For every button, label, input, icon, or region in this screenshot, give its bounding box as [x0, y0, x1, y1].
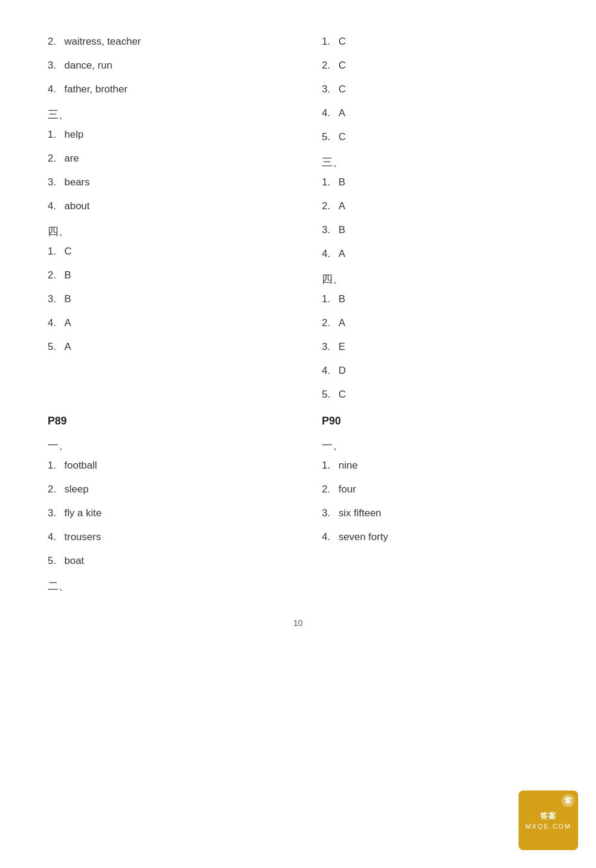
- answer-text: help: [64, 129, 83, 141]
- answer-text: sleep: [64, 483, 89, 495]
- answer-num: 3.: [322, 83, 339, 95]
- answer-num: 1.: [322, 293, 339, 305]
- answer-num: 4.: [48, 317, 64, 329]
- answer-num: 2.: [322, 483, 339, 495]
- list-item: 1. B: [322, 176, 548, 188]
- list-item: 5. boat: [48, 555, 274, 567]
- list-item: 2. A: [322, 317, 548, 329]
- list-item: 2. C: [322, 60, 548, 72]
- section3-left: 1. help 2. are 3. bears 4. about: [48, 129, 274, 212]
- list-item: 1. nine: [322, 460, 548, 472]
- p89-section1: 1. football 2. sleep 3. fly a kite 4. tr…: [48, 460, 274, 567]
- answer-text: boat: [64, 555, 84, 567]
- left-column: 2. waitress, teacher 3. dance, run 4. fa…: [48, 36, 298, 600]
- list-item: 1. help: [48, 129, 274, 141]
- answer-text: B: [64, 293, 71, 305]
- answer-num: 4.: [322, 107, 339, 119]
- list-item: 3. fly a kite: [48, 507, 274, 519]
- watermark-bottom-text: MXQE.COM: [525, 823, 571, 830]
- list-item: 1. C: [322, 36, 548, 48]
- answer-num: 3.: [48, 507, 64, 519]
- answer-text: are: [64, 153, 79, 165]
- watermark-circle: 窗: [561, 794, 575, 807]
- list-item: 4. seven forty: [322, 531, 548, 543]
- answer-num: 3.: [322, 507, 339, 519]
- section4-left: 1. C 2. B 3. B 4. A 5. A: [48, 246, 274, 353]
- answer-num: 4.: [322, 365, 339, 377]
- answer-num: 3.: [48, 60, 64, 72]
- answer-text: seven forty: [339, 531, 388, 543]
- answer-text: trousers: [64, 531, 101, 543]
- answer-num: 4.: [322, 248, 339, 260]
- answer-num: 2.: [48, 36, 64, 48]
- answer-text: bears: [64, 176, 90, 188]
- watermark-top-text: 答案: [540, 811, 557, 822]
- watermark-box: 窗 答案 MXQE.COM: [519, 790, 578, 850]
- answer-num: 4.: [322, 531, 339, 543]
- answer-text: B: [339, 224, 345, 236]
- answer-num: 1.: [322, 176, 339, 188]
- answer-text: fly a kite: [64, 507, 101, 519]
- watermark: 窗 答案 MXQE.COM: [519, 790, 578, 850]
- answer-text: C: [339, 60, 346, 72]
- section3-header-right: 三、: [322, 155, 548, 169]
- answer-num: 3.: [48, 176, 64, 188]
- section4-right: 1. B 2. A 3. E 4. D 5. C: [322, 293, 548, 401]
- list-item: 5. C: [322, 131, 548, 143]
- list-item: 5. C: [322, 389, 548, 401]
- top-answers-left: 2. waitress, teacher 3. dance, run 4. fa…: [48, 36, 274, 95]
- answer-text: A: [339, 107, 345, 119]
- answer-text: C: [64, 246, 72, 258]
- right-column: 1. C 2. C 3. C 4. A 5. C: [298, 36, 548, 600]
- list-item: 2. waitress, teacher: [48, 36, 274, 48]
- list-item: 4. father, brother: [48, 83, 274, 95]
- answer-text: six fifteen: [339, 507, 381, 519]
- answer-num: 1.: [48, 129, 64, 141]
- p90-label: P90: [322, 415, 548, 427]
- list-item: 3. E: [322, 341, 548, 353]
- list-item: 3. B: [48, 293, 274, 305]
- list-item: 3. C: [322, 83, 548, 95]
- answer-text: C: [339, 36, 346, 48]
- answer-num: 2.: [48, 269, 64, 281]
- p89-label: P89: [48, 415, 274, 427]
- list-item: 1. B: [322, 293, 548, 305]
- answer-num: 1.: [48, 460, 64, 472]
- answer-num: 5.: [322, 389, 339, 401]
- answer-text: E: [339, 341, 345, 353]
- list-item: 4. about: [48, 200, 274, 212]
- list-item: 5. A: [48, 341, 274, 353]
- answer-num: 3.: [322, 341, 339, 353]
- answer-text: B: [339, 176, 345, 188]
- answer-num: 1.: [48, 246, 64, 258]
- answer-text: father, brother: [64, 83, 128, 95]
- top-answers-right: 1. C 2. C 3. C 4. A 5. C: [322, 36, 548, 143]
- answer-text: A: [339, 248, 345, 260]
- list-item: 3. dance, run: [48, 60, 274, 72]
- answer-num: 4.: [48, 200, 64, 212]
- list-item: 2. are: [48, 153, 274, 165]
- answer-num: 2.: [48, 483, 64, 495]
- p89-section1-header: 一、: [48, 438, 274, 452]
- answer-num: 2.: [322, 200, 339, 212]
- list-item: 4. D: [322, 365, 548, 377]
- answer-text: C: [339, 83, 346, 95]
- section4-header-left: 四、: [48, 224, 274, 238]
- answer-text: football: [64, 460, 97, 472]
- answer-num: 2.: [48, 153, 64, 165]
- list-item: 3. B: [322, 224, 548, 236]
- list-item: 3. bears: [48, 176, 274, 188]
- answer-text: four: [339, 483, 356, 495]
- answer-num: 4.: [48, 83, 64, 95]
- answer-text: about: [64, 200, 90, 212]
- answer-text: C: [339, 389, 346, 401]
- answer-num: 1.: [322, 36, 339, 48]
- page-number: 10: [48, 618, 548, 628]
- answer-num: 4.: [48, 531, 64, 543]
- answer-text: dance, run: [64, 60, 112, 72]
- section3-header-left: 三、: [48, 107, 274, 122]
- section3-right: 1. B 2. A 3. B 4. A: [322, 176, 548, 260]
- answer-text: D: [339, 365, 346, 377]
- list-item: 2. sleep: [48, 483, 274, 495]
- list-item: 4. A: [322, 248, 548, 260]
